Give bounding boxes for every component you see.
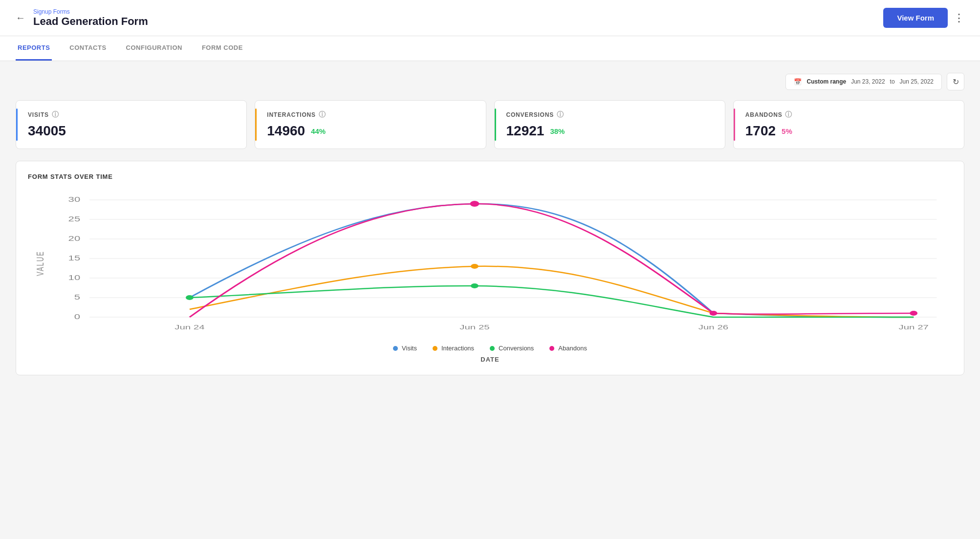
date-range-from: Jun 23, 2022	[851, 78, 885, 85]
tab-reports[interactable]: REPORTS	[16, 36, 52, 61]
svg-text:5: 5	[74, 293, 80, 301]
legend-label-abandons: Abandons	[558, 345, 587, 352]
legend-dot-visits	[393, 346, 398, 351]
svg-text:30: 30	[68, 195, 81, 203]
chart-card: FORM STATS OVER TIME 30 25 20 15 10 5 0	[16, 161, 964, 375]
stat-value-row-conversions: 12921 38%	[506, 123, 713, 139]
visits-info-icon[interactable]: ⓘ	[52, 110, 59, 119]
svg-text:10: 10	[68, 274, 81, 281]
svg-text:Jun 26: Jun 26	[698, 323, 728, 331]
stat-card-visits: VISITS ⓘ 34005	[16, 100, 247, 149]
svg-text:Jun 27: Jun 27	[898, 323, 928, 331]
abandons-value: 1702	[745, 123, 776, 139]
main-content: 📅 Custom range Jun 23, 2022 to Jun 25, 2…	[0, 61, 980, 387]
header-left: ← Signup Forms Lead Generation Form	[16, 8, 148, 28]
more-icon: ⋮	[954, 12, 964, 24]
stat-label-abandons: ABANDONS ⓘ	[745, 110, 952, 119]
legend-visits: Visits	[393, 345, 417, 352]
view-form-button[interactable]: View Form	[883, 8, 948, 28]
svg-point-26	[710, 311, 718, 316]
legend-abandons: Abandons	[549, 345, 587, 352]
svg-text:20: 20	[68, 235, 81, 242]
tab-configuration[interactable]: CONFIGURATION	[124, 36, 184, 61]
interactions-pct: 44%	[311, 127, 326, 135]
calendar-icon: 📅	[794, 78, 802, 86]
back-button[interactable]: ←	[16, 12, 25, 23]
interactions-info-icon[interactable]: ⓘ	[319, 110, 326, 119]
back-icon: ←	[16, 12, 25, 23]
svg-text:0: 0	[74, 313, 80, 321]
date-row: 📅 Custom range Jun 23, 2022 to Jun 25, 2…	[16, 73, 964, 90]
conversions-pct: 38%	[550, 127, 565, 135]
breadcrumb: Signup Forms	[33, 8, 148, 15]
date-range-picker[interactable]: 📅 Custom range Jun 23, 2022 to Jun 25, 2…	[785, 74, 942, 90]
svg-point-23	[186, 295, 194, 300]
stat-card-abandons: ABANDONS ⓘ 1702 5%	[733, 100, 964, 149]
stat-value-row-abandons: 1702 5%	[745, 123, 952, 139]
tabs-bar: REPORTS CONTACTS CONFIGURATION FORM CODE	[0, 36, 980, 61]
svg-text:Jun 24: Jun 24	[174, 323, 205, 331]
conversions-info-icon[interactable]: ⓘ	[557, 110, 564, 119]
svg-text:15: 15	[68, 254, 81, 262]
legend-dot-interactions	[433, 346, 437, 351]
chart-x-label: DATE	[28, 356, 952, 363]
chart-container: 30 25 20 15 10 5 0 VALUE Jun 24 Jun 25 J…	[28, 190, 952, 337]
abandons-pct: 5%	[782, 127, 792, 135]
chart-title: FORM STATS OVER TIME	[28, 173, 952, 180]
legend-conversions: Conversions	[490, 345, 534, 352]
stat-card-conversions: CONVERSIONS ⓘ 12921 38%	[494, 100, 725, 149]
date-range-label: Custom range	[806, 78, 846, 85]
tab-contacts[interactable]: CONTACTS	[67, 36, 108, 61]
legend-label-interactions: Interactions	[441, 345, 474, 352]
abandons-info-icon[interactable]: ⓘ	[785, 110, 792, 119]
refresh-button[interactable]: ↻	[947, 73, 964, 90]
title-group: Signup Forms Lead Generation Form	[33, 8, 148, 28]
interactions-value: 14960	[267, 123, 305, 139]
svg-point-27	[910, 311, 917, 316]
svg-text:Jun 25: Jun 25	[459, 323, 489, 331]
stat-label-visits: VISITS ⓘ	[28, 110, 235, 119]
stats-grid: VISITS ⓘ 34005 INTERACTIONS ⓘ 14960 44% …	[16, 100, 964, 149]
stat-value-row-interactions: 14960 44%	[267, 123, 474, 139]
conversions-value: 12921	[506, 123, 544, 139]
date-range-separator: to	[890, 78, 895, 85]
svg-point-24	[471, 283, 479, 288]
page-header: ← Signup Forms Lead Generation Form View…	[0, 0, 980, 36]
date-range-to: Jun 25, 2022	[900, 78, 934, 85]
svg-point-22	[471, 264, 479, 269]
svg-text:VALUE: VALUE	[34, 251, 45, 276]
more-options-button[interactable]: ⋮	[954, 12, 964, 24]
chart-legend: Visits Interactions Conversions Abandons	[28, 345, 952, 352]
tab-form-code[interactable]: FORM CODE	[200, 36, 245, 61]
legend-interactions: Interactions	[433, 345, 474, 352]
stat-label-conversions: CONVERSIONS ⓘ	[506, 110, 713, 119]
visits-value: 34005	[28, 123, 66, 139]
legend-label-conversions: Conversions	[499, 345, 534, 352]
svg-point-25	[470, 201, 479, 207]
legend-dot-abandons	[549, 346, 554, 351]
page-title: Lead Generation Form	[33, 15, 148, 28]
stat-label-interactions: INTERACTIONS ⓘ	[267, 110, 474, 119]
legend-dot-conversions	[490, 346, 495, 351]
stat-card-interactions: INTERACTIONS ⓘ 14960 44%	[255, 100, 486, 149]
refresh-icon: ↻	[953, 77, 959, 86]
svg-text:25: 25	[68, 215, 81, 223]
stat-value-row-visits: 34005	[28, 123, 235, 139]
legend-label-visits: Visits	[402, 345, 417, 352]
header-right: View Form ⋮	[883, 8, 964, 28]
chart-svg: 30 25 20 15 10 5 0 VALUE Jun 24 Jun 25 J…	[28, 190, 952, 337]
